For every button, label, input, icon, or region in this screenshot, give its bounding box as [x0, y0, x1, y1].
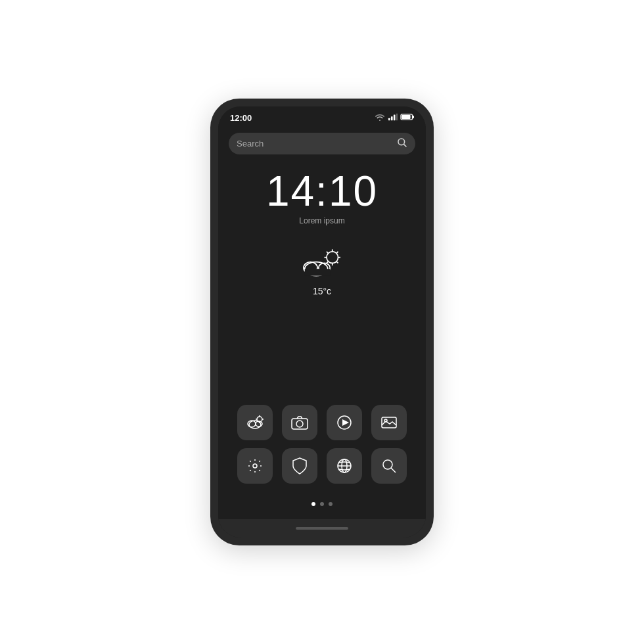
signal-icon — [388, 112, 398, 124]
svg-line-8 — [403, 144, 406, 147]
page-dot-1 — [311, 502, 315, 506]
app-icon-play[interactable] — [327, 405, 362, 440]
clock-time: 14:10 — [229, 170, 415, 212]
clock-widget: 14:10 Lorem ipsum — [229, 170, 415, 225]
status-bar: 12:00 — [218, 106, 426, 126]
clock-subtitle: Lorem ipsum — [229, 216, 415, 225]
app-icon-camera[interactable] — [282, 405, 317, 440]
page-dots — [229, 497, 415, 513]
search-bar[interactable]: Search — [229, 133, 415, 154]
svg-rect-0 — [388, 118, 390, 121]
search-icon[interactable] — [397, 137, 407, 150]
app-icon-security[interactable] — [282, 448, 317, 484]
app-icon-settings[interactable] — [237, 448, 273, 484]
phone-device: 12:00 — [210, 99, 434, 545]
app-icon-browser[interactable] — [327, 448, 362, 484]
weather-temperature: 15°c — [229, 286, 415, 296]
status-time: 12:00 — [230, 113, 252, 123]
wifi-icon — [375, 112, 385, 124]
svg-point-31 — [296, 421, 303, 427]
app-row-1 — [229, 405, 415, 440]
bottom-bar — [218, 519, 426, 538]
app-icon-search[interactable] — [371, 448, 407, 484]
svg-rect-3 — [396, 114, 398, 121]
svg-line-41 — [391, 468, 396, 472]
svg-rect-2 — [394, 115, 396, 121]
screen-content: Search 14:10 Lorem ipsum — [218, 126, 426, 519]
app-grid — [229, 405, 415, 497]
app-icon-weather[interactable] — [237, 405, 273, 440]
status-icons — [375, 112, 414, 124]
svg-point-7 — [398, 139, 405, 145]
weather-icon — [229, 246, 415, 282]
svg-marker-33 — [342, 419, 349, 426]
page-dot-2 — [320, 502, 324, 506]
svg-rect-5 — [413, 116, 414, 118]
svg-point-40 — [383, 460, 392, 469]
weather-widget: 15°c — [229, 246, 415, 296]
svg-line-15 — [336, 262, 338, 264]
svg-line-14 — [327, 252, 329, 254]
battery-icon — [401, 112, 414, 124]
svg-rect-6 — [402, 115, 410, 119]
phone-screen: 12:00 — [218, 106, 426, 538]
page-dot-3 — [329, 502, 333, 506]
app-row-2 — [229, 448, 415, 484]
search-placeholder: Search — [237, 139, 397, 149]
app-icon-gallery[interactable] — [371, 405, 407, 440]
home-indicator — [296, 527, 348, 530]
svg-point-36 — [253, 464, 257, 468]
svg-line-17 — [327, 262, 329, 264]
svg-rect-1 — [391, 116, 393, 120]
svg-rect-21 — [305, 269, 331, 276]
svg-point-35 — [384, 419, 387, 422]
svg-line-16 — [336, 252, 338, 254]
